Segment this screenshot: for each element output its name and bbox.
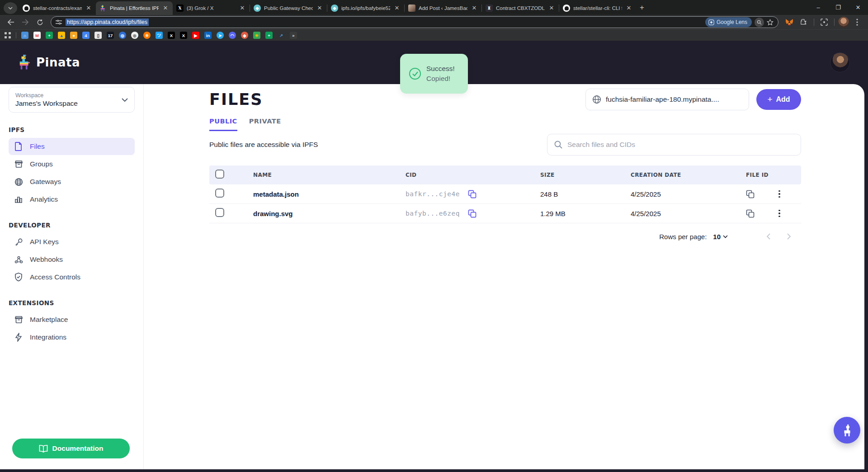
copy-cid-button[interactable]	[468, 209, 476, 218]
gateway-selector[interactable]: fuchsia-familiar-ape-180.mypinata....	[585, 89, 749, 110]
bookmark-blue-four-icon[interactable]: 4	[82, 32, 90, 39]
bookmark-red-app-icon[interactable]: ◆	[241, 32, 248, 39]
bookmark-tradingview-icon[interactable]: 17	[107, 32, 114, 39]
ipfs-icon: ◆	[254, 5, 261, 12]
bookmark-overflow-icon[interactable]: »	[290, 32, 297, 39]
rows-per-page-select[interactable]: 10	[713, 233, 728, 241]
bookmark-sphere-icon[interactable]: ◍	[119, 32, 126, 39]
tab-search-button[interactable]	[4, 2, 17, 14]
bookmark-purple-app-icon[interactable]: ◠	[229, 32, 236, 39]
copy-file-id-button[interactable]	[746, 190, 755, 198]
section-title-ipfs: IPFS	[0, 126, 143, 133]
bookmark-color-app-icon[interactable]: ✳	[253, 32, 260, 39]
lens-search-icon[interactable]	[755, 18, 764, 27]
bookmark-youtube-icon[interactable]: ▶	[192, 32, 199, 39]
url-text[interactable]: https://app.pinata.cloud/ipfs/files	[66, 19, 149, 26]
sidebar-item-webhooks[interactable]: Webhooks	[9, 251, 135, 268]
tab-close-icon[interactable]: ✕	[471, 5, 478, 12]
tab-close-icon[interactable]: ✕	[316, 5, 323, 12]
tab-gateway-checker[interactable]: ◆ Public Gateway Checker | IPFS ✕	[250, 1, 327, 15]
window-controls: – ❐ ✕	[808, 0, 868, 15]
tab-contract[interactable]: ♜ Contract CBXTZODLEK6C2EXSY ✕	[482, 1, 559, 15]
minimize-button[interactable]: –	[808, 0, 828, 15]
apps-grid-icon[interactable]	[5, 32, 11, 38]
add-button[interactable]: + Add	[756, 89, 801, 110]
pinata-logo[interactable]: Pinata	[18, 55, 80, 70]
new-tab-button[interactable]: +	[640, 3, 644, 12]
tab-private[interactable]: PRIVATE	[249, 118, 281, 131]
tab-close-icon[interactable]: ✕	[625, 5, 632, 12]
bookmark-x-app-2-icon[interactable]: X	[180, 32, 187, 39]
tab-stellar-contracts[interactable]: stellar-contracts/examples/nft ✕	[19, 1, 96, 15]
bookmark-bird-icon[interactable]: ツ	[156, 32, 163, 39]
workspace-selector[interactable]: Workspace James's Workspace	[9, 87, 135, 113]
bookmark-orange-app-icon[interactable]: ●	[70, 32, 77, 39]
sidebar-item-marketplace[interactable]: Marketplace	[9, 311, 135, 328]
search-input[interactable]	[567, 141, 794, 149]
restore-button[interactable]: ❐	[828, 0, 848, 15]
tab-pinata-active[interactable]: Pinata | Effortless IPFS File Mana ✕	[96, 1, 173, 15]
file-name[interactable]: metadata.json	[253, 190, 406, 198]
row-checkbox[interactable]	[215, 189, 224, 198]
copy-cid-button[interactable]	[468, 190, 476, 198]
sidebar-item-api-keys[interactable]: API Keys	[9, 233, 135, 250]
row-checkbox[interactable]	[215, 208, 224, 217]
bookmark-home-icon[interactable]: ⌂	[21, 32, 28, 39]
tab-close-icon[interactable]: ✕	[85, 5, 92, 12]
bookmark-green-cross-icon[interactable]: +	[265, 32, 273, 39]
back-button[interactable]	[5, 16, 17, 28]
sidebar-item-access-controls[interactable]: Access Controls	[9, 269, 135, 286]
sidebar-item-groups[interactable]: Groups	[9, 156, 135, 173]
tab-public[interactable]: PUBLIC	[209, 118, 237, 131]
bookmark-star-icon[interactable]	[767, 19, 774, 26]
sidebar-item-gateways[interactable]: Gateways	[9, 173, 135, 190]
page-title: FILES	[209, 89, 263, 109]
previous-page-button[interactable]	[763, 231, 773, 241]
bookmark-x-app-1-icon[interactable]: X	[168, 32, 175, 39]
documentation-button[interactable]: Documentation	[12, 439, 130, 458]
next-page-button[interactable]	[784, 231, 794, 241]
bookmark-starburst-icon[interactable]: ✸	[143, 32, 151, 39]
chrome-profile-avatar[interactable]	[838, 17, 849, 28]
site-settings-icon[interactable]	[56, 19, 62, 25]
chat-support-button[interactable]	[834, 417, 860, 444]
row-menu-button[interactable]	[775, 210, 784, 217]
forward-button[interactable]	[19, 16, 32, 28]
tab-close-icon[interactable]: ✕	[162, 5, 169, 12]
close-window-button[interactable]: ✕	[848, 0, 868, 15]
bookmark-linkedin-icon[interactable]: in	[204, 32, 212, 39]
bookmark-telegram-icon[interactable]: ➤	[217, 32, 224, 39]
chevron-down-icon	[8, 7, 13, 9]
extensions-puzzle-icon[interactable]	[797, 16, 810, 28]
bookmark-drive-icon[interactable]: ▲	[58, 32, 65, 39]
sidebar-item-files[interactable]: Files	[9, 138, 135, 155]
bookmark-notes-icon[interactable]: ▯	[94, 32, 102, 39]
metamask-extension-icon[interactable]	[783, 16, 796, 28]
reload-button[interactable]	[33, 16, 46, 28]
tab-close-icon[interactable]: ✕	[548, 5, 555, 12]
bookmark-chart-icon[interactable]: ↗	[278, 32, 285, 39]
tab-close-icon[interactable]: ✕	[393, 5, 401, 12]
tab-grok[interactable]: 𝕏 (3) Grok / X ✕	[173, 1, 250, 15]
sidebar-item-analytics[interactable]: Analytics	[9, 191, 135, 208]
github-icon	[23, 5, 30, 12]
file-name[interactable]: drawing.svg	[253, 210, 406, 217]
row-menu-button[interactable]	[775, 190, 784, 198]
bookmark-sheets-icon[interactable]: +	[46, 32, 53, 39]
tab-ipfs-io[interactable]: ◆ ipfs.io/ipfs/bafybeie52o6v7t7p4 ✕	[327, 1, 404, 15]
screenshot-tool-icon[interactable]	[818, 16, 830, 28]
tab-stellar-cli[interactable]: stellar/stellar-cli: CLI for Stellar ✕	[559, 1, 636, 15]
user-avatar[interactable]	[830, 52, 850, 72]
google-lens-button[interactable]: Google Lens	[705, 17, 752, 27]
tab-close-icon[interactable]: ✕	[239, 5, 246, 12]
tab-add-post[interactable]: Add Post ‹ JamesBachini.com – ✕	[405, 1, 481, 15]
bookmark-gmail-icon[interactable]: M	[33, 32, 41, 39]
book-icon	[39, 445, 48, 453]
chrome-menu-icon[interactable]	[851, 16, 863, 28]
bookmark-fingerprint-icon[interactable]: ◉	[131, 32, 138, 39]
address-bar[interactable]: https://app.pinata.cloud/ipfs/files Goog…	[51, 16, 778, 28]
search-box[interactable]	[547, 134, 801, 156]
sidebar-item-integrations[interactable]: Integrations	[9, 329, 135, 346]
copy-file-id-button[interactable]	[746, 209, 755, 218]
select-all-checkbox[interactable]	[215, 170, 224, 179]
